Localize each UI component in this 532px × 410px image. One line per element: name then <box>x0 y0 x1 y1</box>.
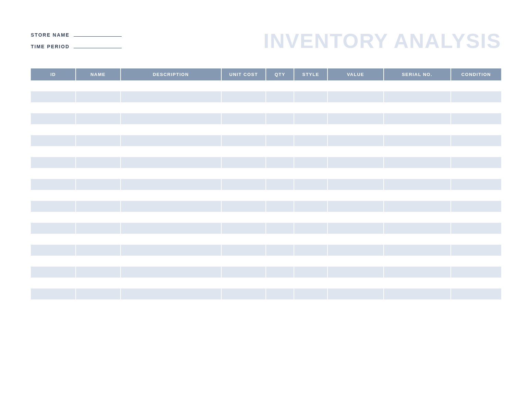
table-cell[interactable] <box>294 190 327 201</box>
table-cell[interactable] <box>294 256 327 267</box>
table-cell[interactable] <box>221 201 266 212</box>
table-cell[interactable] <box>451 256 501 267</box>
table-cell[interactable] <box>451 135 501 146</box>
table-cell[interactable] <box>121 234 221 245</box>
table-cell[interactable] <box>121 267 221 278</box>
table-cell[interactable] <box>327 267 383 278</box>
table-cell[interactable] <box>221 102 266 113</box>
table-cell[interactable] <box>451 157 501 168</box>
table-cell[interactable] <box>327 135 383 146</box>
table-cell[interactable] <box>451 113 501 124</box>
table-cell[interactable] <box>121 124 221 135</box>
table-cell[interactable] <box>76 146 121 157</box>
table-cell[interactable] <box>384 267 451 278</box>
table-cell[interactable] <box>221 190 266 201</box>
table-cell[interactable] <box>327 179 383 190</box>
table-cell[interactable] <box>327 157 383 168</box>
table-cell[interactable] <box>294 102 327 113</box>
table-cell[interactable] <box>384 278 451 289</box>
table-cell[interactable] <box>266 234 294 245</box>
table-cell[interactable] <box>31 212 76 223</box>
table-cell[interactable] <box>327 102 383 113</box>
table-cell[interactable] <box>294 201 327 212</box>
table-cell[interactable] <box>76 168 121 179</box>
table-cell[interactable] <box>294 168 327 179</box>
table-cell[interactable] <box>294 289 327 299</box>
table-cell[interactable] <box>384 113 451 124</box>
table-cell[interactable] <box>327 223 383 234</box>
table-cell[interactable] <box>121 289 221 299</box>
table-cell[interactable] <box>294 124 327 135</box>
table-cell[interactable] <box>31 146 76 157</box>
table-cell[interactable] <box>327 124 383 135</box>
table-cell[interactable] <box>76 234 121 245</box>
table-cell[interactable] <box>451 245 501 256</box>
table-cell[interactable] <box>294 80 327 91</box>
table-cell[interactable] <box>31 102 76 113</box>
table-cell[interactable] <box>31 80 76 91</box>
table-cell[interactable] <box>31 201 76 212</box>
table-cell[interactable] <box>451 179 501 190</box>
table-cell[interactable] <box>121 179 221 190</box>
table-cell[interactable] <box>266 102 294 113</box>
table-cell[interactable] <box>31 289 76 299</box>
table-cell[interactable] <box>327 168 383 179</box>
table-cell[interactable] <box>294 212 327 223</box>
table-cell[interactable] <box>31 278 76 289</box>
table-cell[interactable] <box>76 124 121 135</box>
table-cell[interactable] <box>76 245 121 256</box>
table-cell[interactable] <box>451 146 501 157</box>
table-cell[interactable] <box>384 102 451 113</box>
table-cell[interactable] <box>451 91 501 102</box>
table-cell[interactable] <box>221 135 266 146</box>
table-cell[interactable] <box>121 80 221 91</box>
table-cell[interactable] <box>121 113 221 124</box>
table-cell[interactable] <box>266 80 294 91</box>
table-cell[interactable] <box>76 201 121 212</box>
table-cell[interactable] <box>76 223 121 234</box>
table-cell[interactable] <box>384 80 451 91</box>
table-cell[interactable] <box>451 168 501 179</box>
table-cell[interactable] <box>327 278 383 289</box>
table-cell[interactable] <box>384 245 451 256</box>
table-cell[interactable] <box>294 91 327 102</box>
table-cell[interactable] <box>31 267 76 278</box>
table-cell[interactable] <box>451 190 501 201</box>
table-cell[interactable] <box>384 157 451 168</box>
table-cell[interactable] <box>384 146 451 157</box>
table-cell[interactable] <box>76 102 121 113</box>
table-cell[interactable] <box>294 278 327 289</box>
table-cell[interactable] <box>266 135 294 146</box>
table-cell[interactable] <box>31 245 76 256</box>
table-cell[interactable] <box>384 168 451 179</box>
table-cell[interactable] <box>31 113 76 124</box>
table-cell[interactable] <box>266 91 294 102</box>
table-cell[interactable] <box>266 157 294 168</box>
table-cell[interactable] <box>266 124 294 135</box>
table-cell[interactable] <box>266 256 294 267</box>
table-cell[interactable] <box>76 190 121 201</box>
table-cell[interactable] <box>384 201 451 212</box>
table-cell[interactable] <box>221 124 266 135</box>
table-cell[interactable] <box>221 80 266 91</box>
table-cell[interactable] <box>384 179 451 190</box>
table-cell[interactable] <box>266 190 294 201</box>
table-cell[interactable] <box>266 146 294 157</box>
table-cell[interactable] <box>451 201 501 212</box>
table-cell[interactable] <box>294 179 327 190</box>
table-cell[interactable] <box>121 223 221 234</box>
table-cell[interactable] <box>384 289 451 299</box>
table-cell[interactable] <box>76 179 121 190</box>
table-cell[interactable] <box>121 135 221 146</box>
table-cell[interactable] <box>121 201 221 212</box>
table-cell[interactable] <box>266 267 294 278</box>
table-cell[interactable] <box>294 234 327 245</box>
table-cell[interactable] <box>327 234 383 245</box>
table-cell[interactable] <box>266 179 294 190</box>
table-cell[interactable] <box>31 124 76 135</box>
table-cell[interactable] <box>76 212 121 223</box>
table-cell[interactable] <box>31 256 76 267</box>
table-cell[interactable] <box>384 234 451 245</box>
table-cell[interactable] <box>221 289 266 299</box>
table-cell[interactable] <box>294 113 327 124</box>
